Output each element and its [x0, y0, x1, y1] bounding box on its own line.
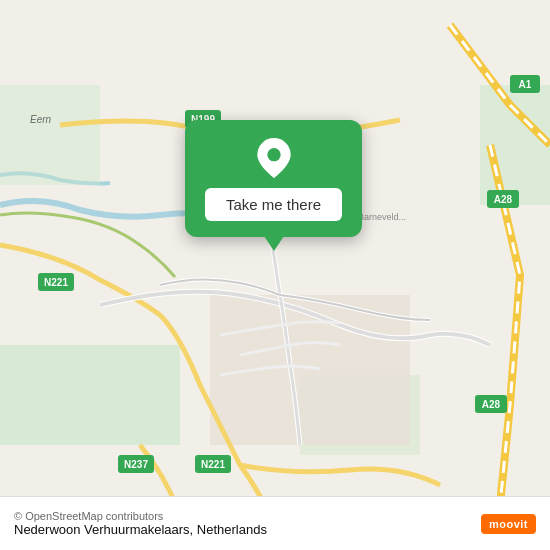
copyright-text: © OpenStreetMap contributors	[14, 510, 267, 522]
svg-point-21	[267, 148, 280, 161]
location-pin-icon	[254, 138, 294, 178]
take-me-there-button[interactable]: Take me there	[205, 188, 342, 221]
svg-rect-4	[210, 295, 410, 445]
svg-text:A28: A28	[494, 194, 513, 205]
location-name: Nederwoon Verhuurmakelaars, Netherlands	[14, 522, 267, 537]
bottom-bar: © OpenStreetMap contributors Nederwoon V…	[0, 496, 550, 550]
svg-text:N221: N221	[201, 459, 225, 470]
svg-text:N237: N237	[124, 459, 148, 470]
popup-card: Take me there	[185, 120, 362, 237]
map-roads: N199 N221 N221 N237 A28 A28 A1 Eern Barn…	[0, 0, 550, 550]
moovit-brand: moovit	[481, 514, 536, 534]
bottom-info: © OpenStreetMap contributors Nederwoon V…	[14, 510, 267, 537]
svg-rect-2	[0, 85, 100, 185]
svg-text:Eern: Eern	[30, 114, 52, 125]
svg-text:A1: A1	[519, 79, 532, 90]
map-container: N199 N221 N221 N237 A28 A28 A1 Eern Barn…	[0, 0, 550, 550]
svg-rect-0	[0, 345, 180, 445]
svg-text:N221: N221	[44, 277, 68, 288]
moovit-logo: moovit	[481, 514, 536, 534]
svg-text:Barneveld...: Barneveld...	[358, 212, 406, 222]
svg-text:A28: A28	[482, 399, 501, 410]
